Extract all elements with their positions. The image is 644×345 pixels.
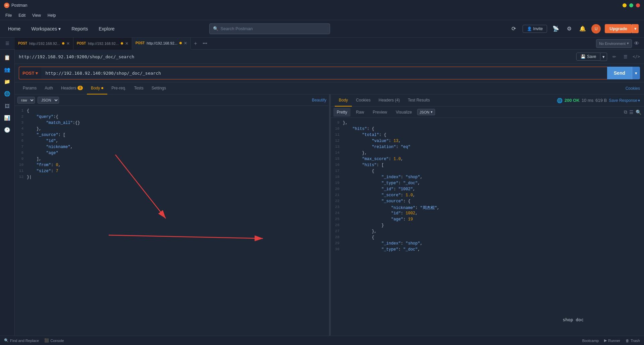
invite-button[interactable]: 👤 Invite [523,25,547,33]
tab-3-close[interactable]: ✕ [184,41,187,46]
resp-tab-headers[interactable]: Headers (4) [375,94,404,107]
send-dropdown[interactable]: ▾ [632,67,640,79]
notification-icon[interactable]: 🔔 [578,24,587,33]
method-select[interactable]: POST ▾ [19,67,41,79]
copy-icon[interactable]: ⧉ [624,109,627,115]
body-code-editor[interactable]: 1 { 2 "query":{ 3 "match_all":{} 4 [15,106,329,336]
sidebar-history-icon[interactable]: 🕐 [2,125,13,135]
response-format-select[interactable]: JSON ▾ [417,109,435,115]
tab-2-close[interactable]: ✕ [125,41,128,46]
new-tab-button[interactable]: + [191,39,200,48]
find-replace-button[interactable]: 🔍 Find and Replace [4,338,39,343]
description-icon[interactable]: ☰ [621,52,630,61]
more-tabs-button[interactable]: ••• [200,39,210,48]
tab-3-method: POST [136,41,145,45]
tab-prereq[interactable]: Pre-req. [107,82,130,94]
search-bar[interactable]: 🔍 Search Postman [209,23,330,34]
sidebar-collections-icon[interactable]: 👥 [2,64,13,75]
save-response-button[interactable]: Save Response ▾ [609,98,640,103]
maximize-button[interactable] [629,3,633,7]
resp-tab-body[interactable]: Body [335,94,352,107]
resp-line-22: 22 "_source": { [331,199,644,205]
tab-1-dot [62,42,64,45]
resp-line-24: 24 "id": 1002, [331,211,644,217]
method-label: POST [22,71,34,76]
save-dropdown[interactable]: ▾ [600,53,607,61]
console-icon: ⬛ [44,338,49,343]
resp-line-20: 20 "_id": "1002", [331,187,644,193]
nav-home[interactable]: Home [5,25,23,33]
menu-file[interactable]: File [3,12,14,19]
console-button[interactable]: ⬛ Console [44,338,64,343]
environment-selector[interactable]: No Environment ▾ [596,39,632,48]
tab-1-url: http://192.168.92... [29,42,60,46]
cookies-button[interactable]: Cookies [626,86,640,91]
tab-2-method: POST [77,42,86,45]
upgrade-dropdown[interactable]: ▾ [632,24,639,33]
url-input[interactable] [41,67,607,79]
sync-icon[interactable]: ⟳ [509,24,519,33]
resp-view-visualize[interactable]: Visualize [392,108,415,117]
code-snippet-icon[interactable]: </> [633,54,640,59]
window-controls[interactable] [623,3,640,7]
settings-icon[interactable]: ⚙ [565,24,574,33]
chevron-down-icon: ▾ [627,41,629,46]
minimize-button[interactable] [623,3,627,7]
sidebar-new-icon[interactable]: 📋 [2,52,13,63]
menu-edit[interactable]: Edit [16,12,28,19]
nav-explore[interactable]: Explore [96,25,117,33]
tab-body[interactable]: Body [87,82,107,94]
tab-settings[interactable]: Settings [148,82,170,94]
search-response-icon[interactable]: 🔍 [636,110,641,115]
trash-button[interactable]: 🗑 Trash [626,339,640,343]
tab-params[interactable]: Params [19,82,41,94]
resp-view-pretty[interactable]: Pretty [333,108,351,117]
tab-auth[interactable]: Auth [41,82,57,94]
tab-1[interactable]: POST http://192.168.92... ✕ [15,38,73,50]
headers-badge: 8 [77,86,83,90]
resp-view-raw[interactable]: Raw [353,108,367,117]
tab-tests[interactable]: Tests [130,82,148,94]
sidebar-mock-icon[interactable]: 🖼 [2,100,13,111]
tab-3[interactable]: POST http://192.168.92... ✕ [132,38,191,50]
right-panel: Body Cookies Headers (4) Test Results [331,94,644,336]
sidebar-environments-icon[interactable]: 🌐 [2,88,13,99]
save-button[interactable]: 💾 Save [576,53,600,61]
menu-view[interactable]: View [30,12,44,19]
search-placeholder: Search Postman [220,26,253,31]
user-avatar[interactable]: U [591,24,601,33]
format-raw-select[interactable]: raw [17,97,35,104]
tab-headers[interactable]: Headers 8 [57,82,87,94]
chevron-down-icon: ▾ [638,98,640,103]
nav-reports[interactable]: Reports [69,25,91,33]
env-settings-icon[interactable]: 👁 [632,39,641,48]
beautify-button[interactable]: Beautify [312,98,326,102]
format-json-select[interactable]: JSON [38,97,59,104]
resp-tab-cookies[interactable]: Cookies [352,94,374,107]
code-line-4: 4 }, [15,127,329,133]
tab-2[interactable]: POST http://192.168.92... ✕ [73,38,132,50]
resp-tab-test-results[interactable]: Test Results [404,94,434,107]
resp-line-23: 23 "nickname": "周杰棍", [331,205,644,211]
tab-1-close[interactable]: ✕ [66,41,70,46]
tab-2-url: http://192.168.92... [88,42,119,46]
sidebar-toggle[interactable]: ☰ [3,39,12,48]
bootcamp-button[interactable]: Bootcamp [582,339,599,343]
sidebar-apis-icon[interactable]: 📁 [2,76,13,87]
upgrade-button[interactable]: Upgrade [605,24,632,33]
trash-icon: 🗑 [626,339,629,343]
filter-icon[interactable]: ☰ [629,110,634,115]
nav-workspaces[interactable]: Workspaces ▾ [29,25,63,33]
response-status-area: 🌐 200 OK 10 ms 619 B Save Response ▾ [557,98,640,103]
send-button[interactable]: Send [607,67,632,79]
sidebar-monitors-icon[interactable]: 📊 [2,113,13,123]
chevron-down-icon: ▾ [431,110,433,114]
response-header: Body Cookies Headers (4) Test Results [331,94,644,107]
runner-button[interactable]: ▶ Runner [604,338,620,343]
edit-icon[interactable]: ✏ [610,52,619,61]
menu-help[interactable]: Help [45,12,59,19]
interceptor-icon[interactable]: 📡 [551,24,560,33]
tab-3-dot [179,42,182,44]
resp-view-preview[interactable]: Preview [369,108,390,117]
close-button[interactable] [636,3,640,7]
